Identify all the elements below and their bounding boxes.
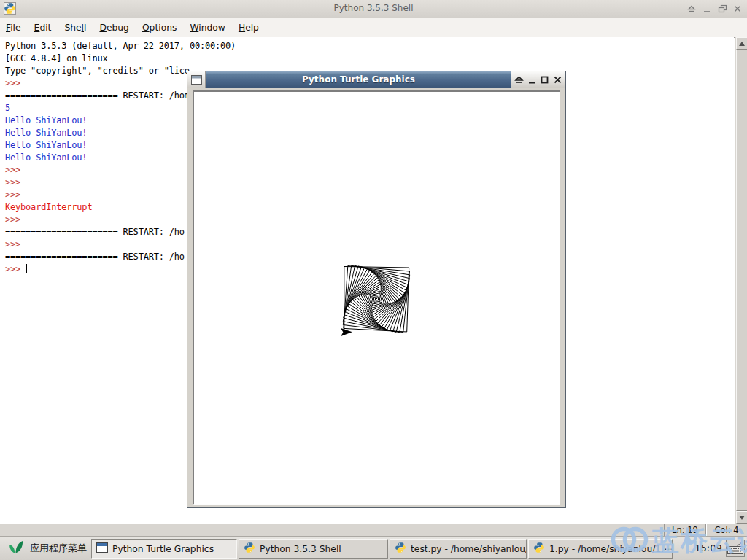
keyboard-icon[interactable] — [726, 540, 745, 557]
app-menu-label: 应用程序菜单 — [30, 542, 87, 555]
shell-line: Python 3.5.3 (default, Apr 22 2017, 00:0… — [5, 40, 734, 52]
taskbar-button-label: Python Turtle Graphics — [112, 544, 214, 554]
taskbar-button[interactable]: Python 3.5.3 Shell — [239, 539, 388, 559]
maximize-icon[interactable] — [540, 75, 549, 85]
shell-titlebar[interactable]: Python 3.5.3 Shell — [0, 0, 747, 18]
taskbar-button-label: Python 3.5.3 Shell — [260, 544, 341, 554]
shell-line: [GCC 4.8.4] on linux — [5, 52, 734, 65]
minimize-icon[interactable] — [702, 4, 712, 14]
taskbar-button[interactable]: test.py - /home/shiyanlou/⋯ — [390, 539, 527, 559]
menu-edit[interactable]: Edit — [34, 23, 52, 33]
window-title: Python 3.5.3 Shell — [0, 3, 747, 13]
clock[interactable]: 15:09 — [693, 537, 724, 560]
python-icon — [533, 542, 545, 556]
menu-debug[interactable]: Debug — [99, 23, 128, 33]
taskbar-button[interactable]: 1.py - /home/shiyanlou/1.⋯ — [528, 539, 673, 559]
minimize-icon[interactable] — [527, 75, 537, 85]
leaves-icon — [9, 540, 23, 557]
menu-shell[interactable]: Shell — [64, 23, 86, 33]
menu-help[interactable]: Help — [239, 23, 259, 33]
close-icon[interactable] — [732, 4, 743, 14]
column-indicator: Col: 4 — [705, 524, 747, 536]
taskbar-button-label: test.py - /home/shiyanlou/⋯ — [411, 544, 527, 554]
taskbar: 应用程序菜单 Python Turtle GraphicsPython 3.5.… — [0, 536, 747, 560]
shade-icon[interactable] — [514, 75, 524, 85]
taskbar-button-label: 1.py - /home/shiyanlou/1.⋯ — [549, 544, 673, 554]
restore-icon[interactable] — [717, 4, 727, 14]
scroll-down-icon[interactable] — [736, 511, 747, 524]
text-cursor — [26, 264, 27, 273]
turtle-graphics-window: Python Turtle Graphics — [187, 71, 566, 508]
scrollbar[interactable] — [735, 37, 747, 524]
menu-options[interactable]: Options — [142, 23, 177, 33]
turtle-spiral-drawing — [194, 92, 560, 504]
close-icon[interactable] — [553, 75, 562, 85]
python-icon — [395, 542, 406, 556]
menu-bar: FileEditShellDebugOptionsWindowHelp — [0, 18, 747, 38]
shade-icon[interactable] — [686, 4, 697, 14]
window-menu-button[interactable] — [187, 71, 206, 88]
scrollbar-thumb[interactable] — [736, 50, 747, 511]
window-icon — [96, 542, 108, 556]
window-title: Python Turtle Graphics — [302, 74, 415, 85]
taskbar-button[interactable]: Python Turtle Graphics — [91, 539, 237, 559]
turtle-titlebar[interactable]: Python Turtle Graphics — [187, 71, 565, 88]
applications-menu-button[interactable]: 应用程序菜单 — [0, 537, 89, 560]
scroll-up-icon[interactable] — [736, 37, 747, 50]
menu-window[interactable]: Window — [190, 23, 225, 33]
status-bar: Ln: 19 Col: 4 — [0, 524, 747, 536]
line-indicator: Ln: 19 — [664, 524, 705, 536]
python-icon — [244, 542, 255, 556]
turtle-window-frame — [187, 88, 565, 508]
turtle-title-zone[interactable]: Python Turtle Graphics — [206, 71, 511, 88]
menu-file[interactable]: File — [6, 23, 21, 33]
turtle-canvas[interactable] — [193, 90, 560, 505]
